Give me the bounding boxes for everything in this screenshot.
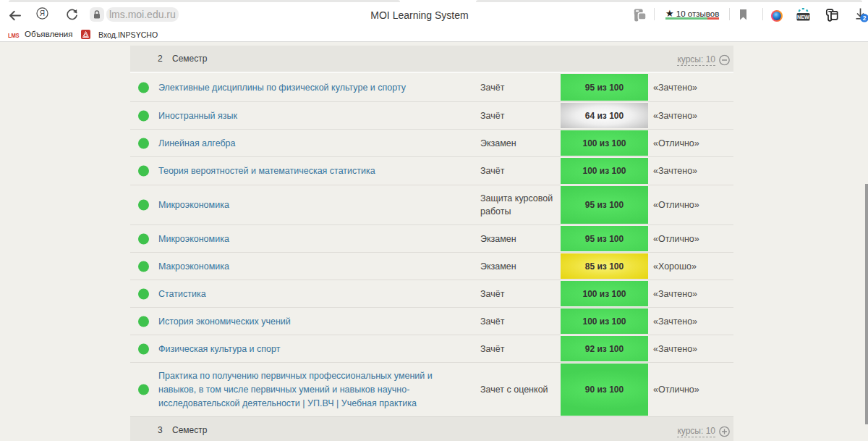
svg-text:2: 2 xyxy=(863,14,867,22)
svg-text:NEW: NEW xyxy=(797,14,809,20)
svg-text:Я: Я xyxy=(40,9,45,17)
